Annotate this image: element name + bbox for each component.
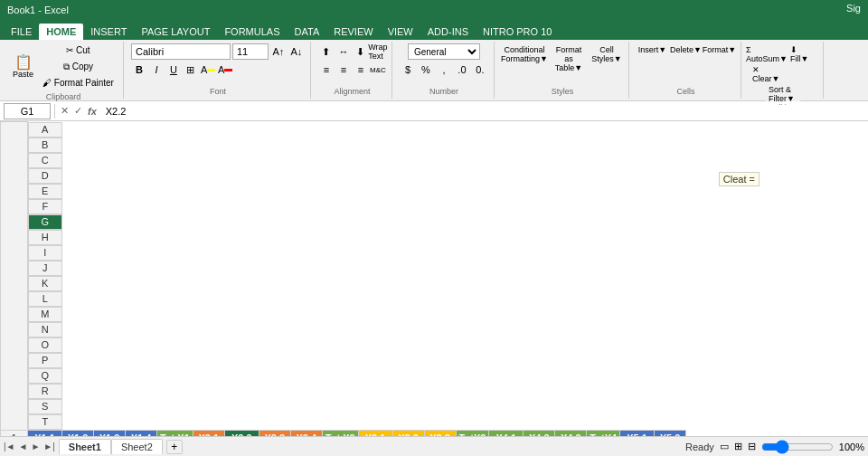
header-TotX2[interactable]: Tot X2 <box>322 430 358 436</box>
format-painter-button[interactable]: 🖌 Format Painter <box>39 76 118 90</box>
confirm-formula-icon[interactable]: ✓ <box>72 104 84 118</box>
decrease-decimal-btn[interactable]: 0. <box>472 62 488 78</box>
col-header-E[interactable]: E <box>28 184 62 199</box>
format-btn[interactable]: Format▼ <box>703 43 735 65</box>
row-header-1[interactable]: 1 <box>1 430 28 436</box>
scroll-left-btn[interactable]: ◄ <box>19 442 28 451</box>
ribbon-tab-view[interactable]: VIEW <box>381 24 420 40</box>
merge-center-btn[interactable]: M&C <box>370 62 386 78</box>
col-header-P[interactable]: P <box>28 353 62 368</box>
col-header-K[interactable]: K <box>28 276 62 291</box>
scroll-last-btn[interactable]: ►| <box>43 442 55 451</box>
header-TotX4[interactable]: TotX4 <box>587 430 620 436</box>
sheet-tab-2[interactable]: Sheet2 <box>111 439 163 454</box>
sign-in[interactable]: Sig <box>846 3 861 14</box>
col-header-B[interactable]: B <box>28 138 62 153</box>
align-right-btn[interactable]: ≡ <box>353 62 369 78</box>
increase-font-btn[interactable]: A↑ <box>270 43 287 60</box>
header-X1.4[interactable]: X1.4 <box>126 430 157 436</box>
font-name-input[interactable] <box>131 43 231 60</box>
ribbon-tab-review[interactable]: REVIEW <box>326 24 380 40</box>
align-left-btn[interactable]: ≡ <box>318 62 335 78</box>
insert-function-icon[interactable]: fx <box>86 105 99 118</box>
cancel-formula-icon[interactable]: ✕ <box>59 104 71 118</box>
scroll-first-btn[interactable]: |◄ <box>4 442 15 451</box>
header-X4.2[interactable]: X4.2 <box>524 430 555 436</box>
col-header-O[interactable]: O <box>28 337 62 353</box>
bold-btn[interactable]: B <box>131 62 147 78</box>
header-X3.3[interactable]: X3.3 <box>424 430 456 436</box>
clear-btn[interactable]: ✕ Clear▼ <box>749 63 785 81</box>
ribbon-tab-page-layout[interactable]: PAGE LAYOUT <box>134 24 217 40</box>
header-X1.2[interactable]: X1.2 <box>62 430 94 436</box>
autosum-btn[interactable]: Σ AutoSum▼ <box>749 43 785 62</box>
ribbon-tab-formulas[interactable]: FORMULAS <box>217 24 287 40</box>
header-X2.1[interactable]: X2.1 <box>193 430 224 436</box>
page-layout-icon[interactable]: ⊞ <box>734 441 742 452</box>
col-header-D[interactable]: D <box>28 168 62 184</box>
col-header-Q[interactable]: Q <box>28 368 62 384</box>
col-header-I[interactable]: I <box>28 245 62 261</box>
col-header-G[interactable]: G <box>28 214 62 230</box>
ribbon-tab-nitro-pro-10[interactable]: NITRO PRO 10 <box>476 24 559 40</box>
header-X3.2[interactable]: X3.2 <box>392 430 424 436</box>
header-X4.3[interactable]: X4.3 <box>555 430 587 436</box>
copy-button[interactable]: ⧉ Copy <box>39 60 118 74</box>
header-X2.4[interactable]: X2.4 <box>290 430 322 436</box>
header-X3.1[interactable]: X3.1 <box>358 430 392 436</box>
ribbon-tab-file[interactable]: FILE <box>4 24 39 40</box>
cell-styles-btn[interactable]: CellStyles▼ <box>590 43 623 65</box>
wrap-text-btn[interactable]: Wrap Text <box>370 43 386 60</box>
header-X1.3[interactable]: X1.3 <box>94 430 126 436</box>
col-header-C[interactable]: C <box>28 153 62 168</box>
normal-view-icon[interactable]: ▭ <box>720 441 729 452</box>
align-bottom-btn[interactable]: ⬇ <box>353 43 369 60</box>
increase-decimal-btn[interactable]: .0 <box>454 62 470 78</box>
formula-input[interactable] <box>102 105 864 118</box>
cell-reference-box[interactable] <box>4 103 51 119</box>
paste-button[interactable]: 📋 Paste <box>9 43 37 90</box>
col-header-F[interactable]: F <box>28 199 62 214</box>
header-TotX3[interactable]: TotX3 <box>456 430 489 436</box>
col-header-A[interactable]: A <box>28 122 62 138</box>
col-header-R[interactable]: R <box>28 384 62 399</box>
header-X5.1[interactable]: X5.1 <box>620 430 655 436</box>
decrease-font-btn[interactable]: A↓ <box>288 43 305 60</box>
fill-color-btn[interactable]: A <box>200 62 216 78</box>
page-break-icon[interactable]: ⊟ <box>748 441 756 452</box>
delete-btn[interactable]: Delete▼ <box>670 43 702 65</box>
cut-button[interactable]: ✂ Cut <box>39 43 118 58</box>
col-header-S[interactable]: S <box>28 399 62 414</box>
header-X5.2[interactable]: X5.2 <box>655 430 686 436</box>
align-center-btn[interactable]: ≡ <box>335 62 352 78</box>
underline-btn[interactable]: U <box>165 62 182 78</box>
insert-btn[interactable]: Insert▼ <box>637 43 668 65</box>
number-format-select[interactable]: General <box>408 43 480 60</box>
border-btn[interactable]: ⊞ <box>183 62 199 78</box>
format-table-btn[interactable]: Format asTable▼ <box>549 43 589 65</box>
header-X4.1[interactable]: X4.1 <box>489 430 524 436</box>
italic-btn[interactable]: I <box>148 62 165 78</box>
ribbon-tab-insert[interactable]: INSERT <box>83 24 134 40</box>
col-header-H[interactable]: H <box>28 230 62 245</box>
font-size-input[interactable] <box>232 43 269 60</box>
col-header-L[interactable]: L <box>28 291 62 307</box>
header-X1.1[interactable]: X1.1 <box>28 430 62 436</box>
ribbon-tab-add-ins[interactable]: ADD-INS <box>420 24 476 40</box>
col-header-N[interactable]: N <box>28 322 62 337</box>
ribbon-tab-home[interactable]: HOME <box>39 24 83 40</box>
col-header-T[interactable]: T <box>28 414 62 430</box>
header-TotX1[interactable]: Tot X1 <box>157 430 193 436</box>
align-top-btn[interactable]: ⬆ <box>318 43 335 60</box>
comma-btn[interactable]: , <box>436 62 452 78</box>
currency-btn[interactable]: $ <box>400 62 416 78</box>
conditional-formatting-btn[interactable]: ConditionalFormatting▼ <box>502 43 547 65</box>
col-header-M[interactable]: M <box>28 307 62 322</box>
scroll-right-btn[interactable]: ► <box>31 442 40 451</box>
sheet-tab-1[interactable]: Sheet1 <box>59 439 111 454</box>
fill-btn[interactable]: ⬇ Fill▼ <box>787 43 817 62</box>
col-header-J[interactable]: J <box>28 261 62 276</box>
ribbon-tab-data[interactable]: DATA <box>288 24 327 40</box>
sort-filter-btn[interactable]: Sort & Filter▼ <box>765 83 801 101</box>
font-color-btn[interactable]: A <box>217 62 233 78</box>
